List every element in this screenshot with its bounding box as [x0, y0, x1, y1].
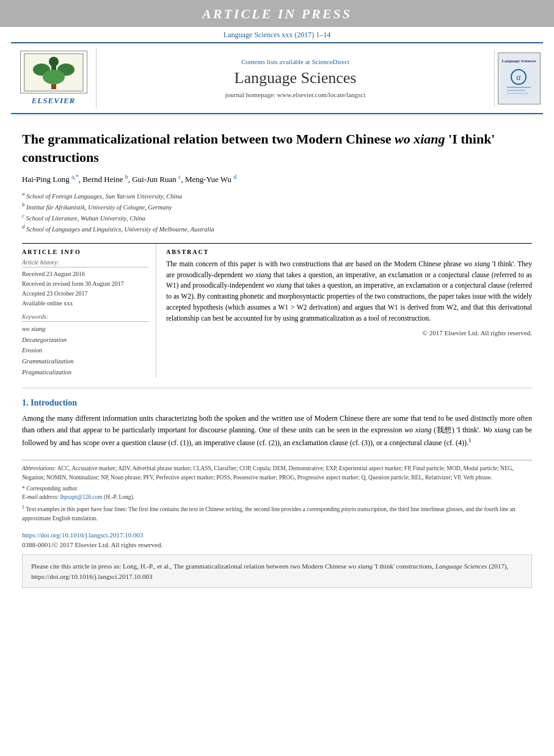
affiliation-b: b Institut für Afrikanistik, University …	[22, 201, 532, 212]
svg-point-5	[43, 70, 65, 84]
section-number: 1.	[22, 398, 29, 407]
elsevier-tree-svg	[23, 53, 84, 92]
introduction-heading: 1. Introduction	[22, 398, 532, 408]
sciencedirect-link[interactable]: ScienceDirect	[312, 58, 349, 65]
article-in-press-banner: ARTICLE IN PRESS	[0, 0, 554, 27]
svg-rect-6	[51, 84, 56, 89]
article-info-label: ARTICLE INFO	[22, 249, 148, 255]
elsevier-logo-box	[20, 51, 87, 93]
keyword-4: Grammaticalization	[22, 356, 148, 367]
copyright-line: © 2017 Elsevier Ltd. All rights reserved…	[166, 329, 532, 336]
main-content: The grammaticalizational relation betwee…	[0, 114, 554, 234]
section-title: Introduction	[31, 398, 77, 407]
keyword-5: Pragmaticalization	[22, 367, 148, 378]
abstract-column: ABSTRACT The main concern of this paper …	[166, 244, 532, 378]
section-divider	[22, 388, 532, 388]
introduction-text: Among the many different information uni…	[22, 413, 532, 449]
article-info-column: ARTICLE INFO Article history: Received 2…	[22, 244, 156, 378]
affiliation-d: d School of Languages and Linguistics, U…	[22, 223, 532, 234]
authors: Hai-Ping Long a,*, Bernd Heine b, Gui-Ju…	[22, 173, 532, 184]
footnote-1: 1 Text examples in this paper have four …	[22, 504, 532, 523]
doi-line-text: Language Sciences xxx (2017) 1–14	[224, 31, 330, 39]
bottom-links: https://doi.org/10.1016/j.langsci.2017.1…	[22, 531, 532, 539]
banner-text: ARTICLE IN PRESS	[202, 6, 352, 21]
history-label: Article history:	[22, 259, 148, 267]
received-date: Received 23 August 2016	[22, 269, 148, 279]
svg-text:α: α	[516, 73, 521, 82]
email-name: (H.-P. Long).	[104, 494, 134, 500]
email-footnote: E-mail address: lhpszpt@126.com (H.-P. L…	[22, 493, 532, 501]
journal-center: Contents lists available at ScienceDirec…	[97, 58, 494, 98]
journal-cover: Language Sciences α	[494, 50, 543, 107]
keyword-1: wo xiang	[22, 324, 148, 335]
elsevier-logo: ELSEVIER	[11, 48, 97, 108]
revised-date: Received in revised form 30 August 2017	[22, 279, 148, 289]
svg-point-1	[49, 57, 59, 67]
journal-cover-image: Language Sciences α	[498, 53, 541, 104]
abbreviations-footnote: Abbreviations: ACC, Accusative marker; A…	[22, 464, 532, 482]
wo-xiang-italic: wo xiang	[395, 131, 445, 147]
abstract-text: The main concern of this paper is with t…	[166, 259, 532, 324]
article-title: The grammaticalizational relation betwee…	[22, 130, 532, 166]
svg-rect-13	[507, 93, 528, 94]
doi-bottom-link[interactable]: https://doi.org/10.1016/j.langsci.2017.1…	[22, 531, 532, 539]
affiliations: a School of Foreign Languages, Sun Yat-s…	[22, 190, 532, 234]
footnote-area: Abbreviations: ACC, Accusative marker; A…	[22, 460, 532, 523]
accepted-date: Accepted 23 October 2017	[22, 289, 148, 299]
elsevier-brand-text: ELSEVIER	[32, 96, 76, 106]
affiliation-c: c School of Literature, Wuhan University…	[22, 212, 532, 223]
contents-label: Contents lists available at	[241, 58, 310, 65]
article-history: Article history: Received 23 August 2016…	[22, 259, 148, 308]
svg-rect-12	[507, 90, 525, 91]
affiliation-a: a School of Foreign Languages, Sun Yat-s…	[22, 190, 532, 201]
keyword-3: Erosion	[22, 345, 148, 356]
doi-line: Language Sciences xxx (2017) 1–14	[0, 27, 554, 42]
abstract-label: ABSTRACT	[166, 249, 532, 255]
journal-name: Language Sciences	[106, 69, 484, 87]
keywords-label: Keywords:	[22, 313, 148, 322]
cover-decoration: α	[502, 65, 536, 98]
svg-rect-11	[507, 87, 531, 88]
page: ARTICLE IN PRESS Language Sciences xxx (…	[0, 0, 554, 756]
cite-box: Please cite this article in press as: Lo…	[22, 554, 532, 588]
contents-line: Contents lists available at ScienceDirec…	[106, 58, 484, 65]
journal-header: ELSEVIER Contents lists available at Sci…	[11, 42, 543, 114]
keywords-block: Keywords: wo xiang Decategorization Eros…	[22, 313, 148, 378]
two-column-section: ARTICLE INFO Article history: Received 2…	[22, 243, 532, 378]
bottom-rights: 0388-0001/© 2017 Elsevier Ltd. All right…	[22, 541, 532, 548]
available-date: Available online xxx	[22, 299, 148, 308]
keyword-2: Decategorization	[22, 335, 148, 346]
corresponding-author-note: * Corresponding author.	[22, 484, 532, 493]
email-link[interactable]: lhpszpt@126.com	[60, 494, 102, 500]
journal-homepage: journal homepage: www.elsevier.com/locat…	[106, 91, 484, 98]
